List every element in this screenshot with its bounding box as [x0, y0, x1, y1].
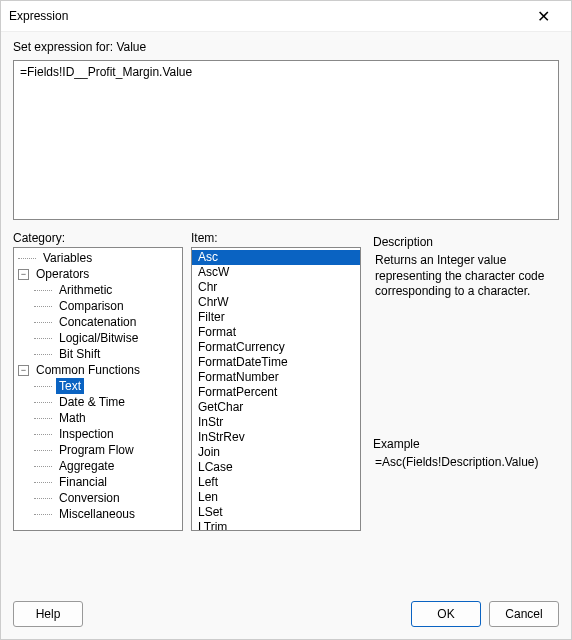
button-bar: Help OK Cancel: [1, 591, 571, 639]
expression-input[interactable]: [13, 60, 559, 220]
tree-line: [34, 509, 56, 519]
tree-item-variables[interactable]: Variables: [14, 250, 182, 266]
list-item[interactable]: InStrRev: [192, 430, 360, 445]
list-item[interactable]: LTrim: [192, 520, 360, 531]
tree-item[interactable]: Logical/Bitwise: [14, 330, 182, 346]
list-item[interactable]: Asc: [192, 250, 360, 265]
tree-item[interactable]: Arithmetic: [14, 282, 182, 298]
list-item[interactable]: Join: [192, 445, 360, 460]
tree-item[interactable]: Financial: [14, 474, 182, 490]
ok-button[interactable]: OK: [411, 601, 481, 627]
cancel-button[interactable]: Cancel: [489, 601, 559, 627]
tree-item[interactable]: Math: [14, 410, 182, 426]
list-item[interactable]: LCase: [192, 460, 360, 475]
tree-item[interactable]: Conversion: [14, 490, 182, 506]
tree-line: [34, 333, 56, 343]
tree-line: [34, 381, 56, 391]
expression-dialog: Expression ✕ Set expression for: Value C…: [0, 0, 572, 640]
description-label: Description: [373, 235, 559, 249]
tree-item[interactable]: Text: [14, 378, 182, 394]
list-item[interactable]: InStr: [192, 415, 360, 430]
list-item[interactable]: GetChar: [192, 400, 360, 415]
tree-line: [34, 317, 56, 327]
category-column: Category: Variables − Operators Arithmet…: [13, 231, 183, 531]
tree-line: [34, 413, 56, 423]
list-item[interactable]: Filter: [192, 310, 360, 325]
list-item[interactable]: Chr: [192, 280, 360, 295]
tree-item[interactable]: Miscellaneous: [14, 506, 182, 522]
expression-area: [13, 60, 559, 223]
category-label: Category:: [13, 231, 183, 245]
list-item[interactable]: LSet: [192, 505, 360, 520]
tree-line: [34, 445, 56, 455]
item-label: Item:: [191, 231, 361, 245]
list-item[interactable]: Len: [192, 490, 360, 505]
window-title: Expression: [9, 9, 523, 23]
tree-line: [34, 493, 56, 503]
info-column: Description Returns an Integer value rep…: [369, 231, 559, 531]
tree-line: [34, 285, 56, 295]
tree-item[interactable]: Program Flow: [14, 442, 182, 458]
tree-line: [34, 461, 56, 471]
tree-item[interactable]: Comparison: [14, 298, 182, 314]
collapse-icon[interactable]: −: [18, 269, 29, 280]
example-text: =Asc(Fields!Description.Value): [373, 451, 559, 471]
example-label: Example: [373, 437, 559, 451]
item-list[interactable]: AscAscWChrChrWFilterFormatFormatCurrency…: [191, 247, 361, 531]
list-item[interactable]: Format: [192, 325, 360, 340]
list-item[interactable]: FormatDateTime: [192, 355, 360, 370]
tree-item[interactable]: Bit Shift: [14, 346, 182, 362]
tree-line: [34, 429, 56, 439]
help-button[interactable]: Help: [13, 601, 83, 627]
tree-item-common-functions[interactable]: − Common Functions: [14, 362, 182, 378]
tree-line: [18, 253, 40, 263]
subtitle-label: Set expression for: Value: [1, 32, 571, 60]
list-item[interactable]: FormatPercent: [192, 385, 360, 400]
list-item[interactable]: AscW: [192, 265, 360, 280]
list-item[interactable]: Left: [192, 475, 360, 490]
tree-item[interactable]: Concatenation: [14, 314, 182, 330]
tree-line: [34, 349, 56, 359]
tree-line: [34, 301, 56, 311]
collapse-icon[interactable]: −: [18, 365, 29, 376]
tree-item[interactable]: Inspection: [14, 426, 182, 442]
category-tree[interactable]: Variables − Operators ArithmeticComparis…: [13, 247, 183, 531]
close-icon[interactable]: ✕: [523, 1, 563, 31]
titlebar: Expression ✕: [1, 1, 571, 32]
tree-item[interactable]: Aggregate: [14, 458, 182, 474]
list-item[interactable]: FormatNumber: [192, 370, 360, 385]
tree-item-operators[interactable]: − Operators: [14, 266, 182, 282]
tree-item[interactable]: Date & Time: [14, 394, 182, 410]
tree-line: [34, 397, 56, 407]
columns: Category: Variables − Operators Arithmet…: [13, 231, 559, 531]
list-item[interactable]: ChrW: [192, 295, 360, 310]
tree-line: [34, 477, 56, 487]
item-column: Item: AscAscWChrChrWFilterFormatFormatCu…: [191, 231, 361, 531]
description-text: Returns an Integer value representing th…: [373, 249, 559, 300]
list-item[interactable]: FormatCurrency: [192, 340, 360, 355]
